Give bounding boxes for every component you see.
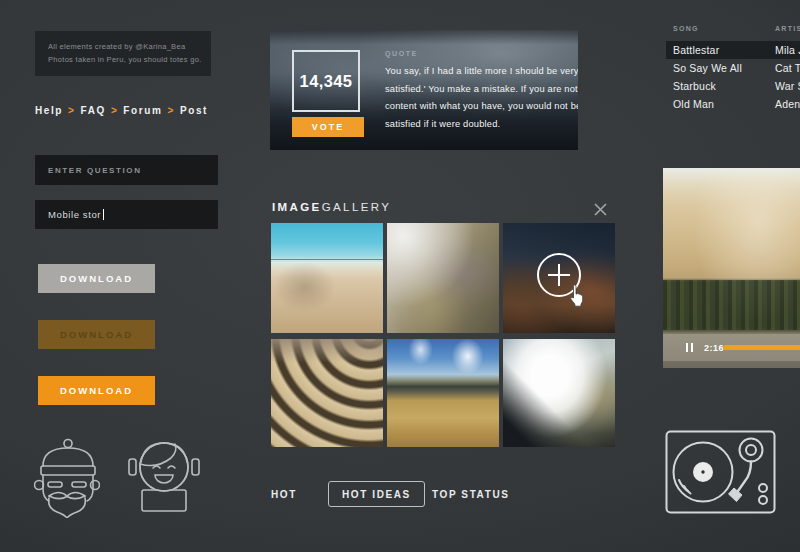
breadcrumb-forum[interactable]: Forum <box>123 105 162 116</box>
song-cell: Starbuck <box>673 77 716 95</box>
quote-card: 14,345 VOTE QUOTE You say, if I had a li… <box>270 30 578 150</box>
breadcrumb-faq[interactable]: FAQ <box>81 105 106 116</box>
search-input[interactable]: Mobile stor <box>35 200 218 229</box>
table-row[interactable]: Old Man Aden J <box>666 95 800 113</box>
table-row[interactable]: Battlestar Mila Je <box>666 41 800 59</box>
search-input-value: Mobile stor <box>48 209 101 220</box>
chevron-separator-icon: > <box>111 105 118 116</box>
headphones-avatar-icon <box>127 437 201 513</box>
song-table-header: SONG ARTIST <box>666 25 800 41</box>
gallery-title-light: GALLERY <box>322 201 392 213</box>
gallery-image-sand-dunes-beach[interactable] <box>271 223 383 333</box>
video-player[interactable]: 2:16 <box>663 168 800 368</box>
artist-cell: Mila Je <box>775 41 800 59</box>
gallery-image-valley-field[interactable] <box>387 339 499 447</box>
hand-cursor-icon <box>565 283 589 309</box>
breadcrumb-post[interactable]: Post <box>180 105 208 116</box>
video-timestamp: 2:16 <box>704 343 724 353</box>
chevron-separator-icon: > <box>167 105 174 116</box>
column-header-artist: ARTIST <box>775 25 800 32</box>
question-input-placeholder: ENTER QUESTION <box>48 166 142 175</box>
close-icon[interactable] <box>593 202 608 217</box>
column-header-song: SONG <box>673 25 699 32</box>
text-caret <box>103 209 104 220</box>
table-row[interactable]: So Say We All Cat Ta <box>666 59 800 77</box>
question-input[interactable]: ENTER QUESTION <box>35 155 218 185</box>
credits-tooltip: All elements created by @Karina_Bea Phot… <box>35 31 211 76</box>
song-cell: Old Man <box>673 95 714 113</box>
ui-kit-canvas: All elements created by @Karina_Bea Phot… <box>0 0 800 552</box>
gallery-image-inca-terraces[interactable] <box>271 339 383 447</box>
tab-hot-ideas[interactable]: HOT IDEAS <box>328 481 425 507</box>
song-cell: Battlestar <box>673 41 719 59</box>
chevron-separator-icon: > <box>68 105 75 116</box>
vote-count: 14,345 <box>300 72 353 91</box>
gallery-image-adobe-ruins[interactable] <box>503 223 615 333</box>
video-frame-palm-trees <box>663 280 800 330</box>
download-button-active[interactable]: DOWNLOAD <box>38 376 155 405</box>
pause-icon[interactable] <box>686 343 694 352</box>
song-cell: So Say We All <box>673 59 742 77</box>
gallery-image-dry-grass-hillside[interactable] <box>387 223 499 333</box>
tooltip-line-2: Photos taken in Peru, you should totes g… <box>48 53 211 66</box>
gallery-title-bold: IMAGE <box>272 201 322 213</box>
gallery-title: IMAGEGALLERY <box>272 201 391 213</box>
table-row[interactable]: Starbuck War S <box>666 77 800 95</box>
breadcrumb-help[interactable]: Help <box>35 105 63 116</box>
vote-count-box: 14,345 <box>292 50 360 112</box>
artist-cell: War S <box>775 77 800 95</box>
artist-cell: Cat Ta <box>775 59 800 77</box>
artist-cell: Aden J <box>775 95 800 113</box>
tab-hot[interactable]: HOT <box>271 489 297 500</box>
tab-top-status[interactable]: TOP STATUS <box>432 489 510 500</box>
download-button-pressed[interactable]: DOWNLOAD <box>38 320 155 349</box>
old-man-avatar-icon <box>34 438 100 518</box>
quote-text: You say, if I had a little more I should… <box>385 63 578 133</box>
vote-button[interactable]: VOTE <box>292 117 364 137</box>
video-control-bar: 2:16 <box>663 334 800 361</box>
download-button-default[interactable]: DOWNLOAD <box>38 264 155 293</box>
image-gallery-grid <box>271 223 615 447</box>
song-table: SONG ARTIST Battlestar Mila Je So Say We… <box>666 25 800 113</box>
gallery-image-clouds-over-mountain[interactable] <box>503 339 615 447</box>
tooltip-line-1: All elements created by @Karina_Bea <box>48 40 211 53</box>
breadcrumb: Help>FAQ>Forum>Post <box>35 105 208 116</box>
video-progress-bar[interactable] <box>723 345 800 350</box>
turntable-icon <box>664 429 777 515</box>
quote-label: QUOTE <box>385 50 418 57</box>
